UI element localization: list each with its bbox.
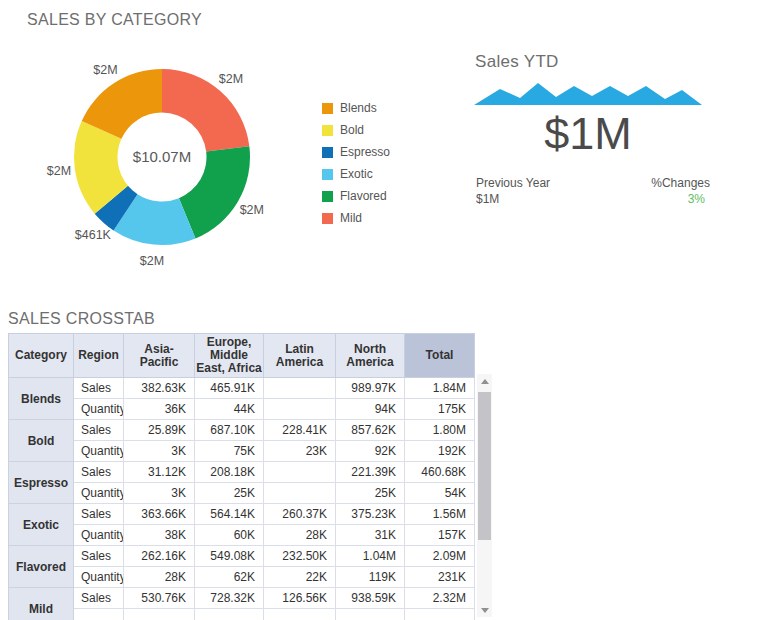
donut-label-flavored: $2M (240, 203, 264, 217)
category-cell-bold: Bold (9, 420, 74, 462)
value-cell: 92K (336, 441, 405, 462)
table-row: Quantity3K25K25K54K (9, 483, 475, 504)
previous-year-value: $1M (476, 192, 499, 206)
donut-label-exotic: $2M (140, 254, 164, 268)
vertical-scrollbar[interactable] (477, 374, 492, 617)
scroll-down-button[interactable] (477, 603, 492, 617)
value-cell: 231K (405, 567, 475, 588)
value-cell: 44K (195, 399, 264, 420)
value-cell: 1.80M (405, 420, 475, 441)
value-cell: 375.23K (336, 504, 405, 525)
value-cell: 989.97K (336, 378, 405, 399)
value-cell: 728.32K (195, 588, 264, 609)
value-cell: 62K (195, 567, 264, 588)
legend-label: Bold (340, 123, 364, 137)
legend-item-bold[interactable]: Bold (322, 119, 390, 141)
pct-changes-value: 3% (688, 192, 710, 206)
measure-cell: Quantity (74, 399, 124, 420)
value-cell (264, 609, 336, 620)
value-cell: 75K (195, 441, 264, 462)
value-cell: 382.63K (124, 378, 195, 399)
value-cell: 25K (336, 483, 405, 504)
category-cell-blends: Blends (9, 378, 74, 420)
measure-cell: Quantity (74, 441, 124, 462)
value-cell: 38K (124, 525, 195, 546)
category-cell-exotic: Exotic (9, 504, 74, 546)
sales-ytd-sparkline (474, 81, 702, 105)
table-row: Quantity28K62K22K119K231K (9, 567, 475, 588)
legend-swatch-icon (322, 169, 333, 180)
legend-item-exotic[interactable]: Exotic (322, 163, 390, 185)
value-cell: 564.14K (195, 504, 264, 525)
legend-item-flavored[interactable]: Flavored (322, 185, 390, 207)
legend-label: Espresso (340, 145, 390, 159)
value-cell (124, 609, 195, 620)
donut-label-espresso: $461K (75, 228, 112, 242)
sparkline-area (474, 83, 702, 105)
table-row: Quantity36K44K94K175K (9, 399, 475, 420)
value-cell: 363.66K (124, 504, 195, 525)
measure-cell: Quantity (74, 483, 124, 504)
column-header-total[interactable]: Total (405, 334, 475, 378)
category-cell-mild: Mild (9, 588, 74, 620)
value-cell: 25.89K (124, 420, 195, 441)
triangle-up-icon (481, 379, 489, 384)
measure-cell: Sales (74, 546, 124, 567)
value-cell: 175K (405, 399, 475, 420)
measure-cell: Sales (74, 588, 124, 609)
scroll-up-button[interactable] (477, 374, 492, 388)
value-cell: 3K (124, 483, 195, 504)
value-cell: 25K (195, 483, 264, 504)
legend-item-espresso[interactable]: Espresso (322, 141, 390, 163)
column-header-region[interactable]: Region (74, 334, 124, 378)
value-cell: 126.56K (264, 588, 336, 609)
value-cell: 1.04M (336, 546, 405, 567)
value-cell: 157K (405, 525, 475, 546)
measure-cell: Sales (74, 462, 124, 483)
legend-swatch-icon (322, 125, 333, 136)
value-cell: 54K (405, 483, 475, 504)
value-cell: 938.59K (336, 588, 405, 609)
legend-swatch-icon (322, 191, 333, 202)
value-cell: 28K (264, 525, 336, 546)
value-cell: 31K (336, 525, 405, 546)
table-row: BoldSales25.89K687.10K228.41K857.62K1.80… (9, 420, 475, 441)
value-cell: 2.32M (405, 588, 475, 609)
measure-cell: Sales (74, 420, 124, 441)
column-header-category[interactable]: Category (9, 334, 74, 378)
legend-item-mild[interactable]: Mild (322, 207, 390, 229)
measure-cell: Quantity (74, 525, 124, 546)
column-header-north-america[interactable]: North America (336, 334, 405, 378)
column-header-asia-pacific[interactable]: Asia-Pacific (124, 334, 195, 378)
legend-swatch-icon (322, 103, 333, 114)
measure-cell (74, 609, 124, 620)
table-row (9, 609, 475, 620)
measure-cell: Sales (74, 378, 124, 399)
sales-by-category-title: SALES BY CATEGORY (27, 11, 202, 29)
table-row: EspressoSales31.12K208.18K221.39K460.68K (9, 462, 475, 483)
scrollbar-thumb[interactable] (478, 392, 491, 540)
value-cell: 228.41K (264, 420, 336, 441)
table-row: Quantity38K60K28K31K157K (9, 525, 475, 546)
donut-label-mild: $2M (219, 72, 243, 86)
value-cell: 687.10K (195, 420, 264, 441)
pct-changes-label: %Changes (651, 176, 710, 190)
sales-by-category-donut-chart: $2M$2M$2M$461K$2M$2M$10.07M (18, 46, 318, 274)
table-row: ExoticSales363.66K564.14K260.37K375.23K1… (9, 504, 475, 525)
column-header-europe-middle-east-africa[interactable]: Europe, Middle East, Africa (195, 334, 264, 378)
value-cell: 260.37K (264, 504, 336, 525)
crosstab-header: CategoryRegionAsia-PacificEurope, Middle… (9, 334, 475, 378)
legend-label: Flavored (340, 189, 387, 203)
table-row: Quantity3K75K23K92K192K (9, 441, 475, 462)
legend-label: Blends (340, 101, 377, 115)
column-header-latin-america[interactable]: Latin America (264, 334, 336, 378)
sales-crosstab-title: SALES CROSSTAB (8, 310, 155, 328)
value-cell: 3K (124, 441, 195, 462)
legend-item-blends[interactable]: Blends (322, 97, 390, 119)
sales-crosstab-table: CategoryRegionAsia-PacificEurope, Middle… (8, 333, 475, 620)
sales-ytd-title: Sales YTD (475, 52, 559, 72)
value-cell: 119K (336, 567, 405, 588)
donut-label-blends: $2M (93, 63, 117, 77)
sales-ytd-panel: Sales YTD $1M Previous Year %Changes $1M… (474, 52, 710, 212)
measure-cell: Quantity (74, 567, 124, 588)
